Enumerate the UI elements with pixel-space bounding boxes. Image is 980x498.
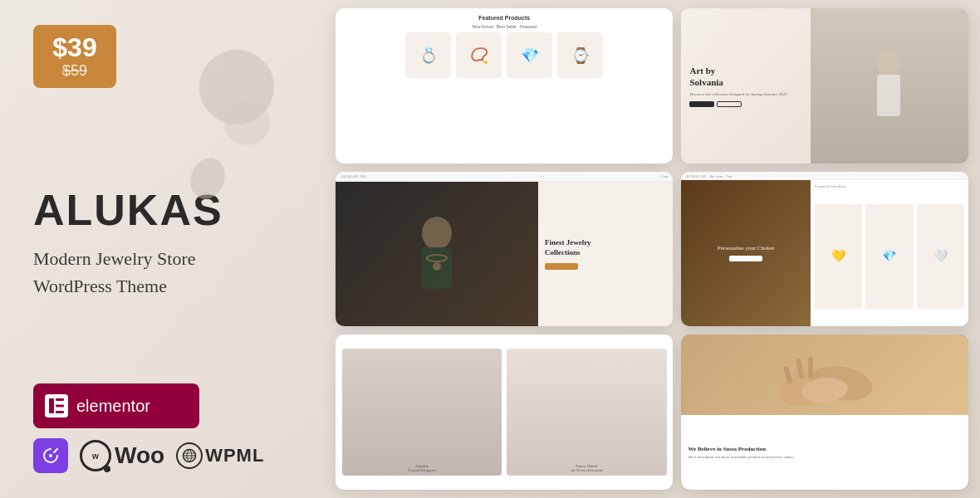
svg-rect-2: [56, 405, 64, 408]
product-card-2: 📿: [456, 32, 502, 78]
subtitle-line2: WordPress Theme: [33, 276, 167, 296]
collection-label-1: AmplifyCrystal Elegance: [408, 464, 436, 472]
svg-point-7: [422, 217, 452, 250]
product-card-3: 💎: [507, 32, 552, 78]
svg-point-4: [49, 454, 52, 457]
elementor-icon: [45, 394, 68, 417]
badges-section: elementor w Woo: [33, 383, 291, 473]
wpml-logo: WPML: [176, 442, 264, 469]
subtitle-line1: Modern Jewelry Store: [33, 248, 196, 269]
svg-point-11: [877, 50, 900, 76]
theme-subtitle: Modern Jewelry Store WordPress Theme: [33, 245, 291, 300]
hero-content: Finest JewelryCollections: [336, 182, 673, 327]
art-buttons: [689, 101, 801, 107]
wpml-text: WPML: [205, 445, 264, 466]
theme-name: ALUKAS: [33, 188, 291, 232]
nav-item-3: Featured: [520, 24, 537, 29]
featured-products-row: 💍 📿 💎 ⌚: [342, 32, 666, 78]
price-old: $59: [48, 62, 101, 80]
hero-nav-right: Cart: [661, 174, 669, 178]
product-img-1: 💍: [419, 46, 438, 65]
svg-rect-3: [56, 411, 64, 413]
rm-product-1: 💛: [815, 204, 862, 310]
featured-nav: New Arrival Best Seller Featured: [342, 24, 666, 29]
hero-text-area: Finest JewelryCollections: [538, 182, 674, 327]
plugin-icons-row: w Woo WPML: [33, 438, 291, 473]
svg-rect-18: [808, 357, 813, 378]
wc-rotate-icon: [33, 438, 68, 473]
product-img-4: ⌚: [571, 46, 590, 65]
screenshot-right-mid[interactable]: ALUKAS | OO Nav items Cart Personalise y…: [681, 172, 968, 327]
nav-item-1: New Arrival: [472, 24, 492, 29]
rm-dark-btn[interactable]: [729, 256, 762, 261]
rb-image-area: [681, 334, 968, 415]
art-btn-primary[interactable]: [689, 101, 714, 107]
woo-text: Woo: [115, 442, 164, 469]
rm-nav: ALUKAS | OO Nav items Cart: [681, 172, 968, 180]
wpml-globe-icon: [176, 442, 203, 469]
art-btn-secondary[interactable]: [717, 101, 742, 107]
main-container: $39 $59 ALUKAS Modern Jewelry Store Word…: [0, 0, 980, 498]
rm-products-area: Featured Jewellery 💛 💎 🤍: [811, 180, 968, 327]
screenshot-right-bot[interactable]: We Believe in Susta Production Short des…: [681, 334, 968, 490]
elementor-badge[interactable]: elementor: [33, 383, 199, 428]
screenshot-collection[interactable]: Collection AmplifyCrystal Elegance Fancy…: [336, 334, 673, 490]
woo-circle-icon: w: [80, 440, 111, 471]
rm-product-row: 💛 💎 🤍: [815, 191, 964, 323]
art-subtitle: Discover the collection designed for Spr…: [689, 92, 801, 96]
nav-item-2: Best Seller: [497, 24, 517, 29]
art-image: [811, 8, 968, 164]
elementor-label: elementor: [76, 397, 150, 416]
product-img-3: 💎: [521, 46, 539, 65]
collection-label-2: Fancy Watchfor Every Essential: [571, 464, 602, 472]
art-title: Art bySolvania: [689, 65, 801, 89]
screenshot-art[interactable]: Art bySolvania Discover the collection d…: [681, 8, 968, 164]
woo-logo: w Woo: [80, 440, 164, 471]
svg-rect-12: [877, 75, 900, 116]
rm-dark-headline: Personalise your Choker: [718, 245, 775, 253]
featured-title: Featured Products: [342, 15, 666, 21]
rb-title: We Believe in Susta Production: [688, 446, 962, 452]
collection-item-2: Fancy Watchfor Every Essential: [507, 349, 666, 476]
rm-content: Personalise your Choker Featured Jewelle…: [681, 180, 968, 327]
hero-nav: ALUKAS | OO Cart: [336, 172, 673, 182]
hero-cta-btn[interactable]: [545, 263, 578, 270]
product-img-2: 📿: [470, 46, 488, 65]
price-box: $39 $59: [33, 25, 116, 88]
rm-dark-text-area: Personalise your Choker: [718, 245, 775, 262]
rm-products-label: Featured Jewellery: [815, 184, 964, 188]
art-text-area: Art bySolvania Discover the collection d…: [681, 8, 810, 164]
screenshot-featured[interactable]: Featured Products New Arrival Best Selle…: [336, 8, 673, 164]
hero-image: [336, 182, 538, 327]
svg-rect-1: [56, 398, 64, 401]
rm-dark-section: Personalise your Choker: [681, 180, 810, 327]
product-card-4: ⌚: [557, 32, 603, 78]
hero-headline: Finest JewelryCollections: [545, 238, 667, 257]
rb-desc: Short description text about sustainable…: [688, 455, 962, 460]
left-panel: $39 $59 ALUKAS Modern Jewelry Store Word…: [0, 0, 324, 498]
rm-product-3: 🤍: [917, 204, 964, 310]
collection-items: AmplifyCrystal Elegance Fancy Watchfor E…: [342, 341, 666, 483]
rm-product-2: 💎: [865, 204, 913, 310]
screenshots-area: Featured Products New Arrival Best Selle…: [324, 0, 980, 498]
price-current: $39: [48, 33, 101, 62]
screenshot-hero[interactable]: ALUKAS | OO Cart Finest JewelryCollectio…: [336, 172, 673, 327]
hero-logo: ALUKAS | OO: [341, 174, 366, 178]
rb-text-area: We Believe in Susta Production Short des…: [681, 415, 968, 490]
title-section: ALUKAS Modern Jewelry Store WordPress Th…: [33, 188, 291, 300]
svg-point-10: [433, 262, 441, 271]
product-card-1: 💍: [405, 32, 451, 78]
art-top: Art bySolvania Discover the collection d…: [681, 8, 968, 164]
svg-rect-0: [49, 398, 54, 413]
collection-item-1: AmplifyCrystal Elegance: [342, 349, 502, 476]
